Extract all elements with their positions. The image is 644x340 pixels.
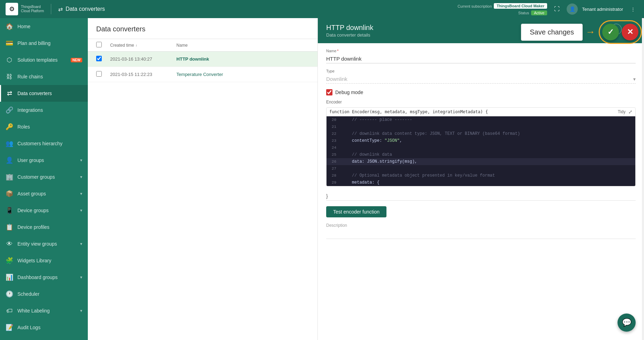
code-editor[interactable]: 20 // ------- place -------2122 // downl… [327, 116, 635, 186]
customers-hierarchy-icon: 👥 [6, 140, 13, 147]
list-panel: Data converters Created time ↓ Name [88, 18, 318, 340]
new-badge: NEW [71, 58, 82, 62]
code-line: 29 metadata: { [327, 179, 635, 186]
templates-icon: ⬡ [6, 56, 13, 64]
billing-icon: 💳 [6, 39, 13, 47]
select-all-checkbox[interactable] [96, 42, 110, 48]
arrow-icon: → [585, 26, 595, 38]
description-input[interactable] [326, 229, 636, 239]
detail-body: Name * Type Downlink ▾ Debug mode [318, 43, 644, 340]
discard-button[interactable]: ✕ [622, 24, 638, 40]
row-2-checkbox[interactable] [96, 71, 110, 78]
chat-button[interactable]: 💬 [618, 314, 636, 332]
asset-groups-icon: 📦 [6, 190, 13, 198]
type-chevron-icon: ▾ [633, 76, 636, 82]
name-input[interactable] [326, 54, 636, 63]
row-2-name: Temperature Converter [176, 72, 309, 77]
entity-view-groups-icon: 👁 [6, 240, 13, 248]
more-menu-button[interactable]: ⋮ [627, 3, 638, 15]
chevron-down-icon-2: ▾ [80, 175, 82, 179]
test-encoder-button[interactable]: Test encoder function [326, 206, 386, 217]
main-layout: 🏠 Home 💳 Plan and billing ⬡ Solution tem… [0, 18, 644, 340]
sidebar-item-rule-chains[interactable]: ⛓ Rule chains [0, 68, 88, 85]
row-1-name: HTTP downlink [176, 56, 309, 62]
detail-panel: Save changes → ✓ ✕ HTTP downlink [318, 18, 644, 340]
action-area: Save changes → ✓ ✕ [521, 21, 641, 43]
navbar-right: Current subscription ThingsBoard Cloud M… [458, 3, 638, 15]
sidebar-item-customer-groups[interactable]: 🏢 Customer groups ▾ [0, 169, 88, 185]
detail-title-group: HTTP downlink Data converter details [326, 24, 373, 38]
editor-actions: Tidy ⤢ [618, 109, 632, 115]
code-line: 27 [327, 165, 635, 172]
integrations-icon: 🔗 [6, 106, 13, 114]
chevron-down-icon-4: ▾ [80, 208, 82, 213]
code-closing-brace: } [326, 192, 636, 201]
code-editor-container: function Encoder(msg, metadata, msgType,… [326, 107, 636, 186]
scrollbar-track[interactable] [642, 18, 644, 340]
encoder-label: Encoder [326, 100, 636, 105]
customer-groups-icon: 🏢 [6, 173, 13, 181]
sidebar: 🏠 Home 💳 Plan and billing ⬡ Solution tem… [0, 18, 88, 340]
sidebar-item-solution-templates[interactable]: ⬡ Solution templates NEW [0, 52, 88, 68]
chevron-down-icon-7: ▾ [80, 308, 82, 313]
type-label: Type [326, 69, 636, 73]
chevron-down-icon-6: ▾ [80, 275, 82, 280]
sidebar-item-widgets-library[interactable]: 🧩 Widgets Library [0, 252, 88, 269]
checkmark-icon: ✓ [607, 28, 614, 37]
sidebar-item-plan-billing[interactable]: 💳 Plan and billing [0, 35, 88, 52]
list-panel-header: Data converters [88, 18, 317, 39]
user-groups-icon: 👤 [6, 156, 13, 164]
converters-icon: ⇄ [58, 6, 63, 13]
select-all-input[interactable] [96, 42, 102, 47]
save-button[interactable]: ✓ [602, 24, 619, 40]
save-changes-tooltip: Save changes [521, 24, 583, 41]
row-2-date: 2021-03-15 11:22:23 [110, 72, 176, 77]
table-row[interactable]: 2021-03-15 11:22:23 Temperature Converte… [88, 67, 317, 82]
subscription-info: Current subscription ThingsBoard Cloud M… [458, 3, 547, 15]
row-1-date: 2021-03-16 13:40:27 [110, 56, 176, 62]
expand-button[interactable]: ⤢ [628, 109, 632, 115]
subscription-badge: ThingsBoard Cloud Maker [494, 3, 547, 9]
avatar[interactable]: 👤 [567, 3, 578, 15]
table-header: Created time ↓ Name [88, 39, 317, 52]
function-signature: function Encoder(msg, metadata, msgType,… [329, 109, 488, 114]
sidebar-item-data-converters[interactable]: ⇄ Data converters [0, 85, 88, 102]
sidebar-item-device-groups[interactable]: 📱 Device groups ▾ [0, 202, 88, 219]
app-logo: ⚙ ThingsBoard Cloud Platform [6, 3, 44, 15]
rule-chains-icon: ⛓ [6, 73, 13, 80]
sidebar-item-device-profiles[interactable]: 📋 Device profiles [0, 219, 88, 235]
sidebar-item-asset-groups[interactable]: 📦 Asset groups ▾ [0, 185, 88, 202]
sidebar-item-user-groups[interactable]: 👤 User groups ▾ [0, 152, 88, 169]
code-editor-toolbar: function Encoder(msg, metadata, msgType,… [327, 108, 635, 116]
sort-icon: ↓ [136, 43, 137, 47]
description-label: Description [326, 223, 636, 228]
sidebar-item-customers-hierarchy[interactable]: 👥 Customers hierarchy [0, 135, 88, 152]
debug-mode-checkbox[interactable] [326, 89, 332, 95]
type-select[interactable]: Downlink ▾ [326, 75, 636, 84]
sidebar-item-dashboard-groups[interactable]: 📊 Dashboard groups ▾ [0, 269, 88, 286]
tenant-info: Tenant administrator [582, 7, 623, 12]
type-value: Downlink [326, 76, 347, 82]
sidebar-item-entity-view-groups[interactable]: 👁 Entity view groups ▾ [0, 235, 88, 252]
sidebar-item-home[interactable]: 🏠 Home [0, 18, 88, 35]
chat-icon: 💬 [622, 318, 631, 327]
sidebar-item-scheduler[interactable]: 🕐 Scheduler [0, 286, 88, 302]
sidebar-item-api-usage[interactable]: 📈 Api Usage [0, 336, 88, 340]
fullscreen-button[interactable]: ⛶ [551, 3, 562, 15]
close-icon: ✕ [627, 28, 633, 37]
sidebar-item-white-labeling[interactable]: 🏷 White Labeling ▾ [0, 302, 88, 319]
row-1-checkbox[interactable] [96, 56, 110, 62]
col-created-time[interactable]: Created time ↓ [110, 43, 176, 48]
debug-mode-label[interactable]: Debug mode [335, 90, 363, 95]
status-badge: Active [531, 10, 547, 15]
navbar-divider [51, 4, 51, 14]
sidebar-item-roles[interactable]: 🔑 Roles [0, 118, 88, 135]
device-groups-icon: 📱 [6, 207, 13, 214]
tidy-button[interactable]: Tidy [618, 109, 626, 115]
code-line: 22 // downlink data content type: JSON, … [327, 130, 635, 137]
sidebar-item-audit-logs[interactable]: 📝 Audit Logs [0, 319, 88, 336]
white-labeling-icon: 🏷 [6, 307, 13, 315]
table-row[interactable]: 2021-03-16 13:40:27 HTTP downlink [88, 52, 317, 67]
chevron-down-icon: ▾ [80, 158, 82, 163]
sidebar-item-integrations[interactable]: 🔗 Integrations [0, 102, 88, 118]
